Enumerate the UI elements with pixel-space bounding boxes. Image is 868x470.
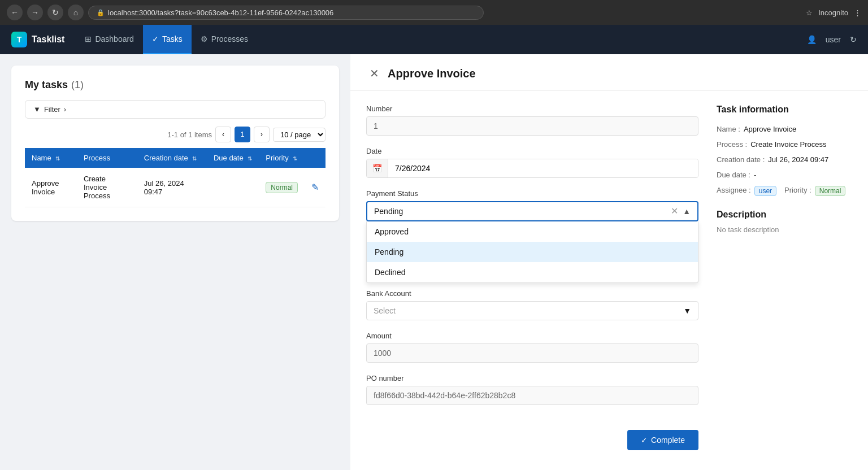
right-panel: ✕ Approve Invoice Number Date 📅 xyxy=(350,54,868,470)
tasks-icon: ✓ xyxy=(152,34,159,43)
payment-status-group: Payment Status Pending ✕ ▲ Approved Pend… xyxy=(366,189,698,221)
bookmark-icon[interactable]: ☆ xyxy=(806,8,813,17)
clear-payment-status-button[interactable]: ✕ xyxy=(671,207,678,216)
date-input-wrap: 📅 xyxy=(366,159,698,178)
info-priority-label: Priority : xyxy=(784,186,811,194)
info-name-row: Name : Approve Invoice xyxy=(717,125,852,133)
reload-button[interactable]: ↻ xyxy=(47,5,63,20)
browser-actions: ☆ Incognito ⋮ xyxy=(806,8,861,17)
date-input[interactable] xyxy=(388,159,698,177)
page-1-button[interactable]: 1 xyxy=(235,127,250,142)
nav-tasks[interactable]: ✓ Tasks xyxy=(143,25,192,54)
left-panel: My tasks (1) ▼ Filter › 1-1 of 1 items ‹… xyxy=(0,54,350,470)
my-tasks-label: My tasks xyxy=(25,79,68,91)
app-logo: T Tasklist xyxy=(11,32,64,47)
info-process-row: Process : Create Invoice Process xyxy=(717,140,852,149)
nav-right: 👤 user ↻ xyxy=(807,35,857,44)
info-assignee-priority-row: Assignee : user Priority : Normal xyxy=(717,186,852,196)
bank-account-select[interactable]: Select ▼ xyxy=(366,301,698,320)
bank-account-label: Bank Account xyxy=(366,289,698,298)
bank-account-chevron: ▼ xyxy=(683,306,691,315)
col-creation-date[interactable]: Creation date ⇅ xyxy=(137,148,207,168)
info-due-date-value: - xyxy=(754,171,756,179)
task-name-cell: Approve Invoice xyxy=(25,168,77,207)
payment-status-value: Pending xyxy=(374,207,403,216)
number-input[interactable] xyxy=(366,116,698,136)
checkmark-icon: ✓ xyxy=(641,436,648,445)
amount-group: Amount xyxy=(366,332,698,363)
back-button[interactable]: ← xyxy=(7,5,23,20)
info-creation-date-row: Creation date : Jul 26, 2024 09:47 xyxy=(717,155,852,164)
url-text: localhost:3000/tasks?task=90c63ceb-4b12-… xyxy=(108,8,333,17)
task-count: (1) xyxy=(71,79,84,91)
filter-chevron: › xyxy=(64,105,66,114)
info-name-label: Name : xyxy=(717,125,740,133)
table-row[interactable]: Approve Invoice Create Invoice Process J… xyxy=(25,168,326,207)
assignee-badge: user xyxy=(754,186,776,196)
user-icon: 👤 xyxy=(807,35,817,44)
lock-icon: 🔒 xyxy=(97,9,105,16)
due-sort-icon: ⇅ xyxy=(248,155,252,162)
pagination-bar: 1-1 of 1 items ‹ 1 › 10 / page 20 / page… xyxy=(25,127,326,142)
bank-account-placeholder: Select xyxy=(374,306,683,315)
home-button[interactable]: ⌂ xyxy=(68,5,84,20)
task-table: Name ⇅ Process Creation date ⇅ Due date xyxy=(25,148,326,207)
filter-icon: ▼ xyxy=(33,105,41,114)
per-page-select[interactable]: 10 / page 20 / page 50 / page xyxy=(273,128,326,142)
priority-sort-icon: ⇅ xyxy=(293,155,297,162)
nav-dashboard[interactable]: ⊞ Dashboard xyxy=(76,25,143,54)
filter-label: Filter xyxy=(44,105,60,114)
col-name[interactable]: Name ⇅ xyxy=(25,148,77,168)
tasks-card: My tasks (1) ▼ Filter › 1-1 of 1 items ‹… xyxy=(11,66,339,221)
incognito-label: Incognito xyxy=(818,8,848,17)
complete-button[interactable]: ✓ Complete xyxy=(627,430,698,450)
name-sort-icon: ⇅ xyxy=(55,155,60,162)
payment-status-label: Payment Status xyxy=(366,189,698,198)
amount-input[interactable] xyxy=(366,343,698,363)
option-pending[interactable]: Pending xyxy=(367,242,698,262)
logo-text: Tasklist xyxy=(32,34,64,45)
col-actions xyxy=(305,148,326,168)
filter-bar[interactable]: ▼ Filter › xyxy=(25,100,326,119)
browser-chrome: ← → ↻ ⌂ 🔒 localhost:3000/tasks?task=90c6… xyxy=(0,0,868,25)
nav-processes-label: Processes xyxy=(211,34,248,43)
po-number-group: PO number xyxy=(366,374,698,405)
close-button[interactable]: ✕ xyxy=(366,66,382,81)
app-nav: T Tasklist ⊞ Dashboard ✓ Tasks ⚙ Process… xyxy=(0,25,868,54)
logout-icon[interactable]: ↻ xyxy=(850,35,857,44)
nav-processes[interactable]: ⚙ Processes xyxy=(192,25,257,54)
edit-icon[interactable]: ✎ xyxy=(311,182,319,192)
info-creation-date-label: Creation date : xyxy=(717,155,765,164)
payment-status-select[interactable]: Pending ✕ ▲ xyxy=(366,201,698,221)
date-label: Date xyxy=(366,147,698,155)
description-title: Description xyxy=(717,210,852,220)
task-process-cell: Create Invoice Process xyxy=(77,168,137,207)
prev-page-button[interactable]: ‹ xyxy=(215,127,231,142)
payment-status-dropdown: Approved Pending Declined xyxy=(366,221,698,283)
info-due-date-row: Due date : - xyxy=(717,171,852,179)
col-due-date[interactable]: Due date ⇅ xyxy=(207,148,259,168)
calendar-icon: 📅 xyxy=(367,159,388,177)
po-number-input[interactable] xyxy=(366,386,698,405)
priority-badge: Normal xyxy=(266,182,298,193)
chevron-up-icon: ▲ xyxy=(683,207,691,216)
po-number-label: PO number xyxy=(366,374,698,382)
task-detail-title: Approve Invoice xyxy=(388,67,476,80)
task-info-sidebar: Task information Name : Approve Invoice … xyxy=(717,105,852,450)
description-text: No task description xyxy=(717,225,852,234)
forward-button[interactable]: → xyxy=(27,5,43,20)
panel-title: My tasks (1) xyxy=(25,79,326,91)
creation-sort-icon: ⇅ xyxy=(192,155,197,162)
option-declined[interactable]: Declined xyxy=(367,262,698,282)
col-priority[interactable]: Priority ⇅ xyxy=(259,148,305,168)
number-group: Number xyxy=(366,105,698,136)
form-actions: ✓ Complete xyxy=(366,416,698,450)
task-edit-cell[interactable]: ✎ xyxy=(305,168,326,207)
option-approved[interactable]: Approved xyxy=(367,221,698,242)
next-page-button[interactable]: › xyxy=(254,127,270,142)
logo-icon: T xyxy=(11,32,27,47)
url-bar[interactable]: 🔒 localhost:3000/tasks?task=90c63ceb-4b1… xyxy=(88,6,484,20)
col-process[interactable]: Process xyxy=(77,148,137,168)
menu-icon[interactable]: ⋮ xyxy=(854,8,861,17)
bank-account-group: Bank Account Select ▼ xyxy=(366,289,698,320)
